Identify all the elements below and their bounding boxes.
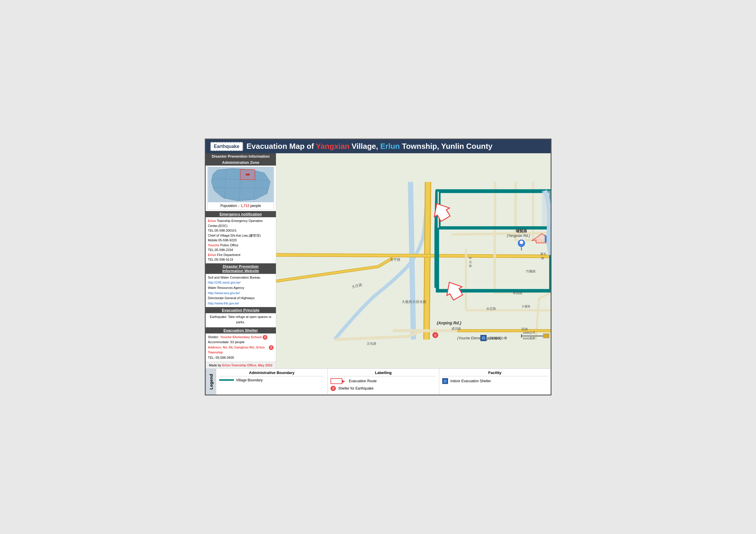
link1[interactable]: http://246.swcb.gov.tw/ (208, 281, 241, 284)
population-line: Population：1,712 people (208, 202, 274, 210)
svg-text:回: 回 (482, 337, 485, 340)
svg-point-42 (520, 241, 523, 244)
village-boundary-label: Village Boundary (236, 378, 263, 382)
page-title: Evacuation Map of Yangxian Village, Erlu… (247, 142, 493, 151)
police-label: Police Office (219, 243, 238, 247)
svg-text:申: 申 (469, 257, 472, 260)
footer-erlun: Erlun (222, 364, 230, 367)
legend-label: Legend (206, 369, 216, 394)
svg-text:楊賢: 楊賢 (245, 173, 250, 176)
police-office: Youche (208, 243, 220, 247)
legend-facility: Facility 回 Indoor Evacuation Shelter (439, 369, 551, 394)
evac-principle-title: Evacuation Principle (206, 307, 276, 313)
police-tel: TEL:05-598-2334 (208, 248, 233, 252)
township-name: Erlun (380, 142, 400, 151)
legend-admin-header: Administrative Boundary (219, 370, 325, 376)
legend-eq-shelter: 震 Shelter for Earthquake (331, 386, 436, 391)
main-content: Disaster Prevention Information Administ… (206, 153, 551, 368)
eoc-label: Township Emergency Operation Center,(EOC… (208, 219, 263, 227)
legend-evac-route: ▶ Evacuation Route (331, 378, 436, 384)
indoor-shelter-label: Indoor Evacuation Shelter (450, 379, 491, 383)
svg-rect-47 (542, 191, 551, 226)
title-prefix: Evacuation Map of (247, 142, 316, 151)
svg-text:(Yangxian Rd.): (Yangxian Rd.) (506, 234, 530, 238)
section-title-prevention: Disaster Prevention Information (206, 153, 276, 159)
svg-text:場賢路: 場賢路 (515, 229, 527, 233)
zone-map-svg: 楊賢 (208, 167, 274, 202)
village-boundary-line (219, 379, 234, 381)
chief-label: Chief of Village:Shi-Kai Liao,(廖世塏) (208, 234, 261, 237)
svg-text:文化路: 文化路 (367, 342, 376, 345)
fire-township: Erlun (208, 253, 216, 257)
svg-text:蕃北: 蕃北 (540, 252, 546, 256)
svg-text:草西路: 草西路 (512, 292, 522, 295)
evacuation-map-svg: 場賢路 (Yangxian Rd.) 太平路 大義筒大排水路 (Anping R… (276, 153, 551, 368)
svg-text:永定路: 永定路 (486, 307, 496, 310)
indoor-shelter-icon: 回 (442, 378, 448, 384)
title-suffix: Township, Yunlin County (400, 142, 493, 151)
address-icon: 震 (269, 345, 274, 350)
legend-content: Administrative Boundary Village Boundary… (216, 369, 551, 394)
shelter-box: Shelter: Youche Elementary School 震 Acco… (206, 334, 276, 362)
admin-zone-map: 楊賢 (208, 167, 274, 202)
website-section-title: Disaster Prevention Information Website (206, 263, 276, 274)
chief-mobile: Mobile:05-598-9220 (208, 239, 237, 242)
footer-rest: Township Office, May 2022 (230, 364, 272, 367)
footer-credit: Made by Erlun Township Office, May 2022 (206, 362, 276, 369)
shelter-name-row: Shelter: Youche Elementary School 震 (208, 335, 274, 340)
org3: Directorate General of Highways (208, 295, 274, 301)
sidebar: Disaster Prevention Information Administ… (206, 153, 276, 368)
legend-admin-boundary: Administrative Boundary Village Boundary (216, 369, 328, 394)
org1: Soil and Water Conservation Bureau (208, 275, 274, 280)
address-line: Address: No. 60, Ganghou Rd., Erlun Town… (208, 345, 274, 355)
svg-text:震: 震 (434, 334, 437, 337)
address-text: Address: No. 60, Ganghou Rd., Erlun Town… (208, 345, 268, 355)
svg-text:5000英呎: 5000英呎 (523, 337, 535, 340)
fire-label: Fire Department (216, 253, 241, 257)
svg-text:1000公尺: 1000公尺 (523, 331, 535, 334)
legend-facility-header: Facility (442, 370, 548, 376)
shelter-section-title: Evacuation Shelter (206, 327, 276, 334)
legend-indoor-shelter: 回 Indoor Evacuation Shelter (442, 378, 548, 384)
svg-text:大義筒大排水路: 大義筒大排水路 (402, 300, 426, 304)
section-title-admin: Administration Zone (206, 159, 276, 165)
website-box: Soil and Water Conservation Bureau http:… (206, 274, 276, 307)
eq-shelter-icon: 震 (331, 386, 336, 391)
emergency-box: Erlun Township Emergency Operation Cente… (206, 217, 276, 263)
svg-text:田路: 田路 (521, 327, 528, 331)
svg-text:(Anping Rd.): (Anping Rd.) (437, 320, 461, 325)
link3[interactable]: http://www.thb.gov.tw/ (208, 301, 239, 305)
legend-village-boundary: Village Boundary (219, 378, 325, 382)
legend-area: Legend Administrative Boundary Village B… (206, 369, 551, 394)
admin-zone-map-box: 楊賢 Population：1,712 people (207, 167, 274, 210)
shelter-name: Youche Elementary School (220, 335, 261, 340)
svg-text:竹圍路: 竹圍路 (526, 269, 535, 273)
evac-principle-box: Earthquake: Take refuge at open spaces o… (206, 313, 276, 327)
eoc-tel: TEL:05-598-2001#1 (208, 229, 237, 232)
eq-shelter-label: Shelter for Earthquake (338, 386, 373, 391)
svg-text:成功路: 成功路 (451, 327, 461, 330)
legend-labelling-header: Labelling (331, 370, 436, 376)
main-container: Earthquake Evacuation Map of Yangxian Vi… (205, 139, 552, 395)
link2[interactable]: http://www.wra.gov.tw/ (208, 291, 240, 295)
shelter-label-prefix: Shelter: (208, 335, 219, 340)
village-name: Yangxian (316, 142, 349, 151)
evac-route-label: Evacuation Route (349, 379, 377, 383)
tel-line: TEL: 05-598-2600 (208, 355, 274, 361)
svg-rect-46 (543, 334, 549, 338)
svg-text:油車國民小學: 油車國民小學 (488, 337, 507, 340)
map-area: 場賢路 (Yangxian Rd.) 太平路 大義筒大排水路 (Anping R… (276, 153, 551, 368)
svg-text:北: 北 (469, 260, 472, 264)
svg-text:太平路: 太平路 (390, 258, 400, 262)
svg-text:路: 路 (469, 264, 472, 267)
org2: Water Resources Agency (208, 285, 274, 291)
fire-tel: TEL:05-598-9119 (208, 258, 233, 261)
disaster-type-badge: Earthquake (210, 142, 243, 151)
accommodate-line: Accommodate: 63 people (208, 340, 274, 345)
shelter-earthquake-icon: 震 (263, 335, 267, 340)
eoc-township: Erlun (208, 219, 216, 222)
header: Earthquake Evacuation Map of Yangxian Vi… (206, 140, 551, 153)
legend-labelling: Labelling ▶ Evacuation Route 震 Shelter f… (328, 369, 439, 394)
svg-text:大蕃路: 大蕃路 (521, 305, 530, 308)
title-mid: Village, (349, 142, 380, 151)
